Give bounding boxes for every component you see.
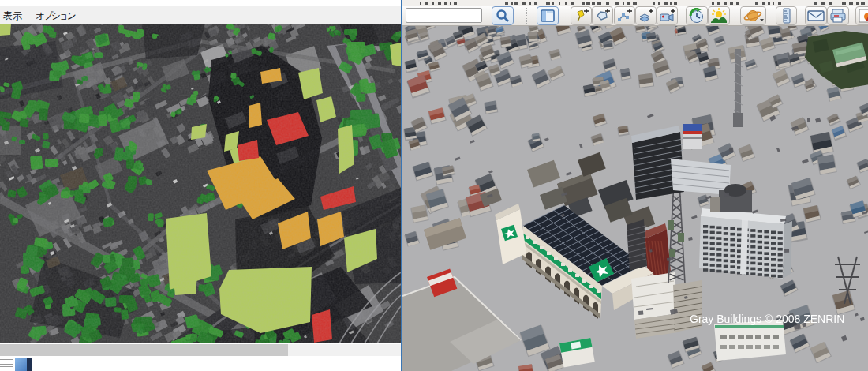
svg-text:Gray Buildings © 2008 ZENRIN: Gray Buildings © 2008 ZENRIN [690,313,844,325]
